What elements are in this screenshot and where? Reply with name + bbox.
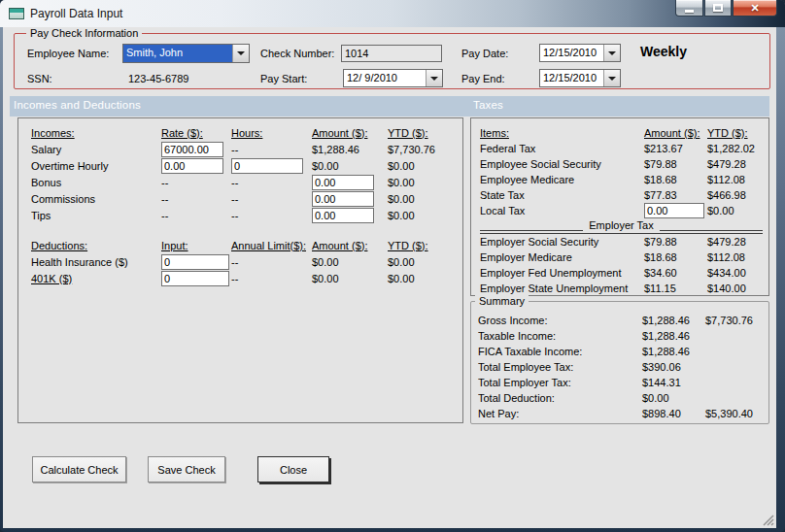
- tax-amount: $79.88: [644, 158, 707, 170]
- tax-ytd: $466.98: [707, 189, 768, 201]
- health-insurance-input[interactable]: [161, 254, 229, 270]
- deduction-label: Health Insurance ($): [31, 256, 161, 268]
- income-hours: --: [231, 210, 312, 221]
- employee-name-dropdown-button[interactable]: [232, 45, 249, 62]
- employer-tax-divider: Employer Tax: [480, 219, 768, 234]
- bonus-amount-input[interactable]: [312, 175, 374, 190]
- table-row: Employer Social Security $79.88 $479.28: [471, 234, 768, 249]
- maximize-button[interactable]: [704, 0, 732, 17]
- summary-amount: $1,288.46: [642, 315, 705, 326]
- summary-label: Net Pay:: [478, 408, 642, 419]
- pay-start-label: Pay Start:: [260, 73, 307, 84]
- close-button[interactable]: Close: [257, 456, 329, 482]
- deduction-label-401k: 401K ($): [31, 273, 161, 284]
- table-row: Employer State Unemployment $11.15 $140.…: [471, 281, 768, 296]
- deduction-amount: $0.00: [312, 273, 388, 284]
- pay-start-picker[interactable]: 12/ 9/2010: [343, 69, 443, 87]
- minimize-button[interactable]: [675, 0, 703, 17]
- tax-ytd: $112.08: [707, 174, 768, 185]
- summary-amount: $0.00: [642, 392, 705, 404]
- employee-name-combobox[interactable]: Smith, John: [122, 44, 250, 63]
- incomes-table: Incomes: Rate ($): Hours: Amount ($): YT…: [18, 124, 462, 223]
- save-check-button[interactable]: Save Check: [148, 456, 225, 482]
- tips-amount-input[interactable]: [312, 208, 374, 223]
- divider-line: [480, 233, 763, 234]
- income-ytd: $0.00: [388, 193, 462, 205]
- summary-ytd: $7,730.76: [705, 315, 768, 326]
- titlebar[interactable]: Payroll Data Input ✕: [0, 0, 785, 27]
- summary-label: FICA Taxable Income:: [478, 346, 642, 357]
- table-row: Employee Social Security $79.88 $479.28: [471, 156, 768, 172]
- tax-label: State Tax: [480, 189, 644, 201]
- tax-label: Local Tax: [480, 205, 644, 216]
- summary-amount: $898.40: [642, 408, 705, 419]
- pay-start-dropdown-button[interactable]: [426, 70, 442, 86]
- table-row: Employer Fed Unemployment $34.60 $434.00: [471, 265, 768, 281]
- payroll-window: Payroll Data Input ✕ Pay Check Informati…: [0, 0, 785, 532]
- annual-limit-col-header: Annual Limit($):: [231, 240, 312, 251]
- salary-rate-input[interactable]: [161, 142, 223, 157]
- items-col-header: Items:: [480, 127, 644, 139]
- summary-ytd: $5,390.40: [705, 408, 768, 419]
- chevron-down-icon: [430, 77, 438, 81]
- summary-amount: $390.06: [642, 361, 705, 373]
- table-row: Gross Income: $1,288.46 $7,730.76: [471, 313, 768, 328]
- tax-amount: $213.67: [644, 143, 707, 154]
- pay-date-value: 12/15/2010: [540, 45, 603, 61]
- form-icon: [9, 8, 24, 19]
- summary-label: Gross Income:: [478, 315, 642, 326]
- 401k-input[interactable]: [161, 271, 229, 286]
- tax-ytd: $112.08: [707, 251, 768, 263]
- divider-line: [480, 230, 583, 231]
- tax-label: Employer Medicare: [480, 251, 644, 263]
- close-window-button[interactable]: ✕: [733, 0, 777, 17]
- client-area: Pay Check Information Employee Name: Smi…: [3, 27, 776, 528]
- amount-col-header: Amount ($):: [312, 240, 388, 251]
- deduction-ytd: $0.00: [388, 256, 462, 268]
- hours-col-header: Hours:: [231, 127, 312, 139]
- tax-amount: $18.68: [644, 251, 707, 263]
- summary-label: Total Employee Tax:: [478, 361, 642, 373]
- section-header-bar: Incomes and Deductions Taxes: [10, 96, 769, 116]
- tax-label: Employer Social Security: [480, 236, 644, 248]
- table-row: Employee Medicare $18.68 $112.08: [471, 172, 768, 187]
- taxes-header-row: Items: Amount ($): YTD ($):: [471, 125, 768, 141]
- table-row: Total Employee Tax: $390.06: [471, 359, 768, 375]
- tax-label: Employer Fed Unemployment: [480, 267, 644, 279]
- deduction-ytd: $0.00: [388, 273, 462, 284]
- incomes-header-row: Incomes: Rate ($): Hours: Amount ($): YT…: [18, 124, 462, 141]
- summary-group: Summary Gross Income: $1,288.46 $7,730.7…: [470, 301, 769, 424]
- income-hours: --: [231, 177, 312, 188]
- local-tax-input[interactable]: [644, 203, 704, 218]
- chevron-down-icon: [608, 77, 616, 81]
- resize-grip-icon[interactable]: [762, 514, 774, 526]
- window-controls: ✕: [674, 0, 777, 17]
- ytd-col-header: YTD ($):: [388, 240, 462, 251]
- overtime-hours-input[interactable]: [231, 158, 303, 174]
- table-row: FICA Taxable Income: $1,288.46: [471, 344, 768, 359]
- taxes-panel: Items: Amount ($): YTD ($): Federal Tax …: [470, 117, 769, 296]
- ssn-value: 123-45-6789: [128, 73, 188, 84]
- summary-label: Taxable Income:: [478, 330, 642, 342]
- pay-end-dropdown-button[interactable]: [603, 70, 620, 86]
- incomes-deductions-panel: Incomes: Rate ($): Hours: Amount ($): YT…: [17, 117, 463, 423]
- pay-date-picker[interactable]: 12/15/2010: [539, 44, 621, 62]
- table-row: Employer Medicare $18.68 $112.08: [471, 249, 768, 265]
- summary-amount: $1,288.46: [642, 346, 705, 357]
- input-col-header: Input:: [161, 240, 231, 251]
- commissions-amount-input[interactable]: [312, 191, 374, 207]
- amount-col-header: Amount ($):: [312, 127, 388, 139]
- incomes-deductions-section-title: Incomes and Deductions: [14, 99, 141, 111]
- table-row: 401K ($) -- $0.00 $0.00: [18, 270, 462, 286]
- overtime-rate-input[interactable]: [161, 158, 223, 174]
- deductions-header-row: Deductions: Input: Annual Limit($): Amou…: [18, 237, 462, 253]
- tax-label: Employee Medicare: [480, 174, 644, 185]
- deduction-limit: --: [231, 273, 312, 284]
- pay-date-dropdown-button[interactable]: [603, 45, 620, 61]
- check-number-field[interactable]: [341, 45, 442, 62]
- tax-label: Employer State Unemployment: [480, 283, 644, 294]
- pay-end-picker[interactable]: 12/15/2010: [539, 69, 621, 87]
- minimize-icon: [685, 10, 694, 13]
- calculate-check-button[interactable]: Calculate Check: [32, 456, 126, 482]
- pay-end-label: Pay End:: [461, 73, 505, 84]
